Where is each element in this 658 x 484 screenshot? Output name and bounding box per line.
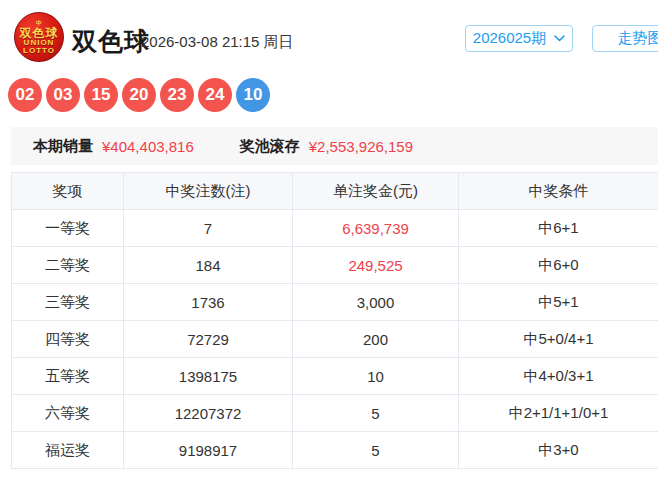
red-ball: 02 <box>8 78 42 112</box>
prize-level-cell: 四等奖 <box>12 321 124 358</box>
win-condition-cell: 中3+0 <box>459 432 658 469</box>
prize-table-body: 一等奖 7 6,639,739 中6+1 二等奖 184 249,525 中6+… <box>12 210 658 469</box>
logo-lotto-text: LOTTO <box>23 47 55 55</box>
table-row: 三等奖 1736 3,000 中5+1 <box>12 284 658 321</box>
header-prize-amount: 单注奖金(元) <box>293 173 459 210</box>
winner-count-cell: 184 <box>124 247 293 284</box>
summary-bar: 本期销量 ¥404,403,816 奖池滚存 ¥2,553,926,159 <box>11 127 658 165</box>
winner-count-cell: 9198917 <box>124 432 293 469</box>
table-row: 一等奖 7 6,639,739 中6+1 <box>12 210 658 247</box>
table-row: 福运奖 9198917 5 中3+0 <box>12 432 658 469</box>
red-ball: 15 <box>84 78 118 112</box>
sales-value: ¥404,403,816 <box>102 138 194 155</box>
period-select[interactable]: 2026025期 <box>465 25 573 52</box>
winner-count-cell: 7 <box>124 210 293 247</box>
pool-summary: 奖池滚存 ¥2,553,926,159 <box>240 137 413 156</box>
winner-count-cell: 1736 <box>124 284 293 321</box>
prize-level-cell: 二等奖 <box>12 247 124 284</box>
chevron-down-icon <box>554 35 565 42</box>
prize-table-header-row: 奖项 中奖注数(注) 单注奖金(元) 中奖条件 <box>12 173 658 210</box>
prize-amount-cell: 6,639,739 <box>293 210 459 247</box>
sales-label: 本期销量 <box>33 137 93 156</box>
sales-summary: 本期销量 ¥404,403,816 <box>33 137 194 156</box>
prize-amount-cell: 200 <box>293 321 459 358</box>
pool-label: 奖池滚存 <box>240 137 300 156</box>
win-condition-cell: 中5+1 <box>459 284 658 321</box>
prize-level-cell: 一等奖 <box>12 210 124 247</box>
logo-badge: 中 <box>36 20 42 26</box>
header-prize-level: 奖项 <box>12 173 124 210</box>
red-ball: 24 <box>198 78 232 112</box>
prize-level-cell: 五等奖 <box>12 358 124 395</box>
prize-amount-cell: 5 <box>293 395 459 432</box>
red-ball: 20 <box>122 78 156 112</box>
draw-datetime: 2026-03-08 21:15 周日 <box>141 33 294 52</box>
win-condition-cell: 中2+1/1+1/0+1 <box>459 395 658 432</box>
winner-count-cell: 72729 <box>124 321 293 358</box>
win-condition-cell: 中4+0/3+1 <box>459 358 658 395</box>
red-ball: 03 <box>46 78 80 112</box>
win-condition-cell: 中6+0 <box>459 247 658 284</box>
union-lotto-logo: 中 双色球 UNION LOTTO <box>14 12 64 62</box>
win-condition-cell: 中6+1 <box>459 210 658 247</box>
ball-row: 02031520232410 <box>8 78 270 112</box>
prize-amount-cell: 10 <box>293 358 459 395</box>
win-condition-cell: 中5+0/4+1 <box>459 321 658 358</box>
prize-amount-cell: 5 <box>293 432 459 469</box>
prize-level-cell: 三等奖 <box>12 284 124 321</box>
header-winner-count: 中奖注数(注) <box>124 173 293 210</box>
prize-level-cell: 福运奖 <box>12 432 124 469</box>
winner-count-cell: 12207372 <box>124 395 293 432</box>
trend-chart-button[interactable]: 走势图 <box>592 25 658 52</box>
table-row: 二等奖 184 249,525 中6+0 <box>12 247 658 284</box>
prize-amount-cell: 3,000 <box>293 284 459 321</box>
winner-count-cell: 1398175 <box>124 358 293 395</box>
prize-amount-cell: 249,525 <box>293 247 459 284</box>
header-win-condition: 中奖条件 <box>459 173 658 210</box>
page-title: 双色球 <box>72 25 150 58</box>
pool-value: ¥2,553,926,159 <box>309 138 413 155</box>
period-select-value: 2026025期 <box>473 29 546 48</box>
prize-table: 奖项 中奖注数(注) 单注奖金(元) 中奖条件 一等奖 7 6,639,739 … <box>11 172 658 469</box>
red-ball: 23 <box>160 78 194 112</box>
table-row: 六等奖 12207372 5 中2+1/1+1/0+1 <box>12 395 658 432</box>
lottery-results-page: 中 双色球 UNION LOTTO 双色球 2026-03-08 21:15 周… <box>0 0 658 484</box>
table-row: 五等奖 1398175 10 中4+0/3+1 <box>12 358 658 395</box>
table-row: 四等奖 72729 200 中5+0/4+1 <box>12 321 658 358</box>
blue-ball: 10 <box>236 78 270 112</box>
prize-level-cell: 六等奖 <box>12 395 124 432</box>
